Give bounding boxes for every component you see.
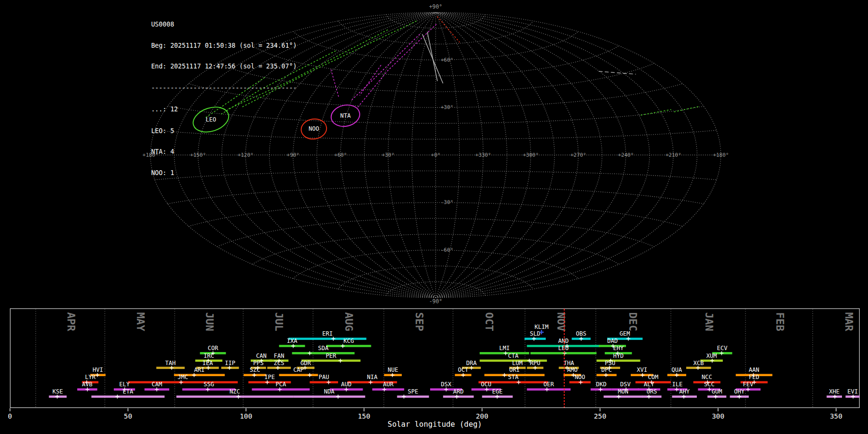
shower-label-FAN: FAN [274,353,285,359]
peak-marker-SLD [532,337,536,341]
shower-label-COM: COM [648,374,659,380]
station-code: US0008 [151,21,297,28]
shower-label-SDA: SDA [318,345,329,352]
pole-label-north: +90° [429,3,443,10]
peak-marker-ARI [192,373,196,377]
lon-label: +270° [570,152,586,158]
activity-timeline-svg: APRMAYJUNJULAUGSEPOCTNOVDECJANFEBMARERIS… [0,306,868,434]
count-leo: LEO: 5 [151,127,297,135]
peak-marker-NUE [391,373,394,377]
shower-label-EHY: EHY [613,345,624,352]
shower-label-ELY: ELY [119,381,130,388]
shower-label-FEV: FEV [743,381,754,388]
peak-marker-EVI [851,394,855,398]
shower-bar-KCG [326,345,371,347]
lon-label: +330° [475,152,491,158]
shower-label-NOO: NOO [575,374,585,380]
meteor-track [427,32,437,81]
shower-label-ARI: ARI [194,366,205,373]
peak-marker-KSE [55,394,59,398]
peak-marker-IIP [228,366,231,370]
marker-label-KLIM: KLIM [534,324,548,330]
peak-marker-XVI [640,373,644,377]
lat-label: -60° [441,247,453,253]
peak-marker-DKD [598,388,602,392]
shower-label-ECV: ECV [717,345,728,352]
meteor-track [331,70,339,97]
shower-label-CAM: CAM [151,381,162,388]
shower-label-QUA: QUA [671,366,682,373]
shower-label-IPE: IPE [264,374,275,380]
meteor-track [599,71,636,74]
end-time: End: 20251117 12:47:56 (sol = 235.07°) [151,63,297,70]
shower-label-LEO: LEO [558,345,569,352]
lon-label: +180° [713,152,729,158]
shower-label-MON: MON [618,388,628,395]
shower-label-LUM: LUM [512,360,523,366]
peak-marker-NZC [236,394,240,398]
shower-label-DKD: DKD [596,381,607,388]
shower-bar-MON [604,395,643,398]
peak-marker-IPE [265,380,269,384]
shower-label-TAH: TAH [165,360,176,366]
shower-label-AVB: AVB [82,381,93,388]
peak-marker-JMC [179,380,183,384]
peak-marker-SPE [402,394,406,398]
shower-label-AUD: AUD [341,381,352,388]
shower-label-NIA: NIA [367,374,378,380]
meteor-track [360,65,381,95]
peak-marker-RPU [533,366,537,370]
shower-label-XVI: XVI [637,366,647,373]
sky-grid-parallel [189,203,682,226]
meteor-track [437,16,460,42]
month-label-FEB: FEB [774,312,786,331]
peak-marker-STA [517,380,521,384]
shower-label-XUM: XUM [706,353,717,359]
radiant-label-NTA: NTA [340,112,351,119]
peak-marker-OBS [579,337,583,341]
peak-marker-KCG [341,344,345,348]
shower-label-STA: STA [508,374,519,380]
peak-marker-ARD [455,394,459,398]
peak-marker-GUM [714,394,718,398]
x-tick-label: 100 [240,412,252,420]
shower-label-XHE: XHE [829,388,840,395]
shower-label-XCB: XCB [693,360,704,366]
peak-marker-DRA [470,366,474,370]
shower-label-URS: URS [647,388,657,395]
count-noo: NOO: 1 [151,170,297,177]
shower-label-COR: COR [208,345,219,352]
x-tick-label: 300 [712,412,724,420]
lat-label: +30° [441,104,453,110]
shower-bar-PAU [310,381,338,383]
peak-marker-PAU [326,380,330,384]
peak-marker-DSX [444,388,448,392]
shower-bar-NZC [176,395,293,398]
peak-marker-TAH [170,366,174,370]
lon-label: +300° [523,152,539,158]
x-tick-label: 50 [124,412,132,420]
peak-marker-ETA [115,394,119,398]
shower-label-DSV: DSV [620,381,631,388]
shower-label-RPU: RPU [530,360,541,366]
shower-label-ALY: ALY [644,381,655,388]
shower-label-NDA: NDA [324,388,335,395]
shower-label-DAD: DAD [607,338,618,344]
peak-marker-OER [545,388,549,392]
shower-label-AMO: AMO [567,366,578,373]
shower-bar-HYD [597,360,640,362]
sky-map-svg: +90°-90°+180°+150°+120°+90°+60°+30°+0°+3… [0,0,868,306]
meteor-track [674,106,700,111]
lat-label: -30° [441,199,453,205]
month-label-OCT: OCT [483,312,495,331]
peak-marker-PER [339,359,342,363]
month-label-JUL: JUL [273,312,285,331]
shower-label-DPC: DPC [601,366,612,373]
shower-label-GUM: GUM [712,388,722,395]
shower-bar-URS [642,395,662,398]
begin-time: Beg: 20251117 01:50:38 (sol = 234.61°) [151,42,297,49]
lon-label: +0° [431,152,441,158]
shower-label-OCT: OCT [458,366,469,373]
observation-header: US0008 Beg: 20251117 01:50:38 (sol = 234… [151,7,297,191]
peak-marker-ZCS [276,366,280,370]
